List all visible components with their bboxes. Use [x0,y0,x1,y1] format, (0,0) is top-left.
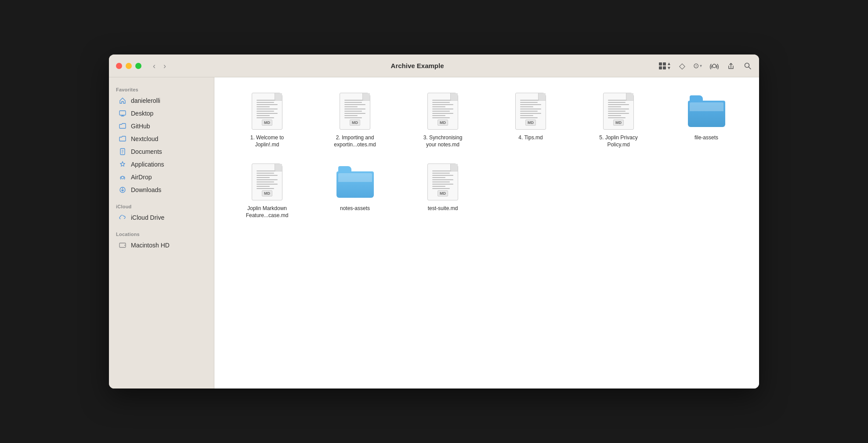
more-button[interactable]: ⊙ ▾ [693,62,702,70]
file-item-8[interactable]: MD test-suite.md [401,159,485,216]
md-file-shape-4: MD [603,93,634,130]
file-lines-2 [432,98,453,120]
sidebar-item-documents[interactable]: Documents [112,145,211,158]
md-badge-1: MD [350,120,360,126]
file-grid: MD 1. Welcome to Joplin!.md [225,88,749,222]
file-item-7[interactable]: notes-assets [313,159,397,216]
sidebar-label-applications: Applications [131,161,164,168]
md-file-shape-3: MD [515,93,546,130]
md-badge-6: MD [262,190,272,196]
md-badge-8: MD [438,190,448,196]
file-icon-4: MD [601,91,636,131]
minimize-button[interactable] [126,63,132,69]
titlebar: ‹ › Archive Example ▲▼ ◇ ⊙ ▾ [109,54,759,77]
md-badge-4: MD [613,120,624,126]
sidebar-label-desktop: Desktop [131,110,153,117]
file-name-3: 4. Tips.md [518,134,542,142]
view-chevron-icon: ▲▼ [667,62,671,70]
folder-shape-7 [336,166,374,198]
locations-section-title: Locations [109,229,214,239]
svg-point-0 [712,64,716,68]
file-icon-1: MD [337,91,373,131]
forward-button[interactable]: › [161,60,169,72]
folder-shape-5 [688,95,725,127]
sidebar-item-nextcloud[interactable]: Nextcloud [112,133,211,145]
file-item-1[interactable]: MD 2. Importing and exportin...otes.md [313,88,397,152]
file-item-6[interactable]: MD Joplin Markdown Feature...case.md [225,159,309,222]
md-file-shape-8: MD [427,163,458,200]
nav-buttons: ‹ › [150,60,169,72]
window-title: Archive Example [176,62,659,69]
folder-icon-github [119,122,127,130]
file-name-0: 1. Welcome to Joplin!.md [243,134,291,148]
file-name-8: test-suite.md [428,205,458,212]
file-area: MD 1. Welcome to Joplin!.md [214,77,759,389]
sidebar-item-icloud-drive[interactable]: iCloud Drive [112,211,211,224]
file-icon-7 [335,162,375,202]
md-file-shape-6: MD [252,163,282,200]
sidebar-item-downloads[interactable]: Downloads [112,184,211,196]
file-icon-0: MD [250,91,285,131]
file-item-2[interactable]: MD 3. Synchronising your notes.md [401,88,485,152]
close-button[interactable] [116,63,122,69]
sidebar-item-github[interactable]: GitHub [112,120,211,132]
sidebar-label-nextcloud: Nextcloud [131,135,158,142]
md-badge-2: MD [438,120,448,126]
file-item-0[interactable]: MD 1. Welcome to Joplin!.md [225,88,309,152]
finder-window: ‹ › Archive Example ▲▼ ◇ ⊙ ▾ [109,54,759,389]
file-icon-6: MD [250,162,285,202]
file-name-4: 5. Joplin Privacy Policy.md [594,134,643,148]
airdrop-sidebar-icon [119,173,127,181]
folder-body-5 [688,101,725,127]
md-badge-0: MD [262,120,272,126]
sidebar-label-github: GitHub [131,123,150,130]
file-name-2: 3. Synchronising your notes.md [419,134,467,148]
sidebar-item-airdrop[interactable]: AirDrop [112,171,211,183]
documents-icon [119,148,127,156]
sidebar-label-macintosh-hd: Macintosh HD [131,242,170,249]
sidebar-label-documents: Documents [131,148,162,155]
tag-icon[interactable]: ◇ [679,61,685,71]
file-lines-1 [344,98,365,120]
file-name-6: Joplin Markdown Feature...case.md [243,205,291,219]
file-item-4[interactable]: MD 5. Joplin Privacy Policy.md [576,88,661,152]
file-icon-5 [687,91,726,131]
file-lines-8 [432,169,453,190]
file-icon-3: MD [513,91,548,131]
back-button[interactable]: ‹ [150,60,158,72]
sidebar-label-downloads: Downloads [131,186,161,193]
svg-point-13 [124,245,125,246]
file-name-5: file-assets [694,134,718,142]
search-icon[interactable] [743,62,752,70]
desktop-icon [119,109,127,117]
md-file-shape-0: MD [252,93,282,130]
sidebar-item-desktop[interactable]: Desktop [112,107,211,120]
file-item-3[interactable]: MD 4. Tips.md [488,88,573,145]
traffic-lights [116,63,141,69]
file-lines-6 [257,169,278,190]
file-lines-3 [520,98,541,120]
md-file-shape-2: MD [427,93,458,130]
sidebar-item-danielerolli[interactable]: danielerolli [112,94,211,107]
icloud-icon [119,214,127,222]
file-item-5[interactable]: file-assets [664,88,749,145]
icloud-section-title: iCloud [109,201,214,211]
file-lines-4 [608,98,629,120]
sidebar-item-applications[interactable]: Applications [112,158,211,171]
view-toggle[interactable]: ▲▼ [659,62,671,70]
file-icon-2: MD [425,91,460,131]
airdrop-icon[interactable] [710,62,719,70]
maximize-button[interactable] [135,63,141,69]
share-icon[interactable] [727,62,735,70]
folder-body-7 [336,171,374,198]
file-lines-0 [257,98,278,120]
macintosh-hd-icon [119,241,127,249]
sidebar-item-macintosh-hd[interactable]: Macintosh HD [112,239,211,251]
file-name-1: 2. Importing and exportin...otes.md [331,134,379,148]
svg-rect-3 [119,111,126,115]
grid-view-icon [659,62,666,69]
folder-sheen-7 [338,173,372,182]
sidebar-label-airdrop: AirDrop [131,174,152,181]
favorites-section-title: Favorites [109,84,214,94]
folder-sheen-5 [690,102,723,111]
